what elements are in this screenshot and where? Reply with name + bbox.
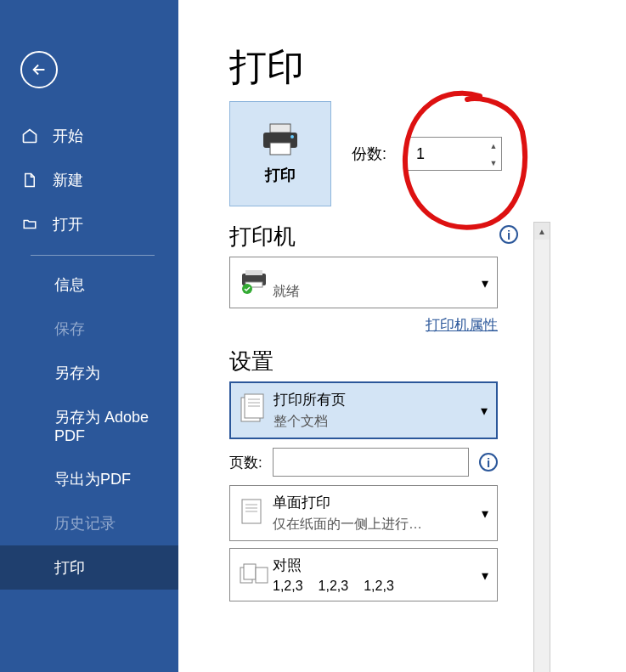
svg-rect-19 bbox=[256, 568, 268, 583]
one-sided-icon bbox=[239, 496, 273, 530]
printer-section-title: 打印机 bbox=[229, 222, 527, 251]
arrow-left-icon bbox=[30, 60, 48, 79]
pages-label: 页数: bbox=[229, 453, 262, 472]
backstage-sidebar: 开始 新建 打开 信息 保存 另存为 另存为 Adobe PDF 导出为PDF … bbox=[0, 0, 178, 672]
collated-seq3: 1,2,3 bbox=[364, 579, 394, 594]
copies-input[interactable] bbox=[408, 138, 486, 170]
printer-info-icon[interactable]: i bbox=[499, 225, 518, 244]
sidebar-info[interactable]: 信息 bbox=[0, 263, 178, 307]
print-button-label: 打印 bbox=[265, 165, 296, 185]
pages-all-icon bbox=[240, 392, 274, 428]
sidebar-home[interactable]: 开始 bbox=[0, 114, 178, 158]
home-icon bbox=[20, 127, 39, 145]
collated-icon bbox=[239, 561, 273, 590]
copies-down-icon[interactable]: ▼ bbox=[486, 155, 501, 172]
collated-seq2: 1,2,3 bbox=[319, 579, 349, 594]
sidebar-history: 历史记录 bbox=[0, 501, 178, 545]
svg-rect-2 bbox=[270, 143, 290, 155]
vertical-scrollbar[interactable]: ▲ bbox=[533, 222, 550, 672]
svg-point-3 bbox=[290, 135, 294, 138]
print-range-title: 打印所有页 bbox=[274, 390, 346, 409]
sidebar-export-pdf[interactable]: 导出为PDF bbox=[0, 457, 178, 501]
pages-input[interactable] bbox=[273, 448, 469, 477]
back-button[interactable] bbox=[20, 51, 58, 88]
one-sided-title: 单面打印 bbox=[273, 493, 422, 512]
scroll-up-icon[interactable]: ▲ bbox=[534, 223, 550, 240]
svg-rect-5 bbox=[245, 270, 262, 275]
copies-label: 份数: bbox=[352, 144, 386, 164]
printer-ready-icon bbox=[239, 268, 273, 297]
svg-rect-0 bbox=[270, 124, 290, 133]
sidebar-save: 保存 bbox=[0, 307, 178, 351]
chevron-down-icon: ▾ bbox=[482, 274, 488, 291]
pages-info-icon[interactable]: i bbox=[479, 453, 498, 472]
sidebar-new[interactable]: 新建 bbox=[0, 158, 178, 202]
printer-dropdown[interactable]: 就绪 ▾ bbox=[229, 257, 498, 308]
print-range-dropdown[interactable]: 打印所有页 整个文档 ▾ bbox=[229, 381, 498, 439]
svg-rect-18 bbox=[244, 564, 256, 579]
chevron-down-icon: ▾ bbox=[482, 567, 488, 583]
page-title: 打印 bbox=[229, 42, 626, 93]
copies-spinner[interactable]: ▲ ▼ bbox=[407, 137, 502, 171]
sidebar-home-label: 开始 bbox=[53, 126, 83, 146]
print-button[interactable]: 打印 bbox=[229, 101, 331, 206]
folder-open-icon bbox=[20, 215, 39, 234]
collated-dropdown[interactable]: 对照 1,2,3 1,2,3 1,2,3 ▾ bbox=[229, 548, 498, 601]
chevron-down-icon: ▾ bbox=[482, 505, 488, 522]
one-sided-dropdown[interactable]: 单面打印 仅在纸面的一侧上进行… ▾ bbox=[229, 485, 498, 541]
collated-seq1: 1,2,3 bbox=[273, 579, 303, 594]
sidebar-open-label: 打开 bbox=[53, 214, 83, 234]
print-range-sub: 整个文档 bbox=[274, 413, 346, 431]
sidebar-save-as[interactable]: 另存为 bbox=[0, 351, 178, 395]
one-sided-sub: 仅在纸面的一侧上进行… bbox=[273, 516, 422, 534]
sidebar-open[interactable]: 打开 bbox=[0, 202, 178, 246]
sidebar-new-label: 新建 bbox=[53, 170, 83, 190]
main-panel: 打印 打印 份数: ▲ ▼ ▲ 打印机 i bbox=[178, 0, 626, 672]
settings-section-title: 设置 bbox=[229, 347, 527, 376]
new-doc-icon bbox=[20, 171, 39, 189]
sidebar-divider bbox=[31, 255, 155, 256]
sidebar-print[interactable]: 打印 bbox=[0, 545, 178, 590]
printer-status: 就绪 bbox=[273, 283, 300, 301]
sidebar-save-as-adobe-pdf[interactable]: 另存为 Adobe PDF bbox=[0, 395, 178, 457]
printer-properties-link[interactable]: 打印机属性 bbox=[229, 315, 498, 335]
collated-title: 对照 bbox=[273, 556, 394, 575]
printer-icon bbox=[260, 122, 301, 156]
copies-up-icon[interactable]: ▲ bbox=[486, 138, 501, 155]
chevron-down-icon: ▾ bbox=[481, 403, 488, 419]
